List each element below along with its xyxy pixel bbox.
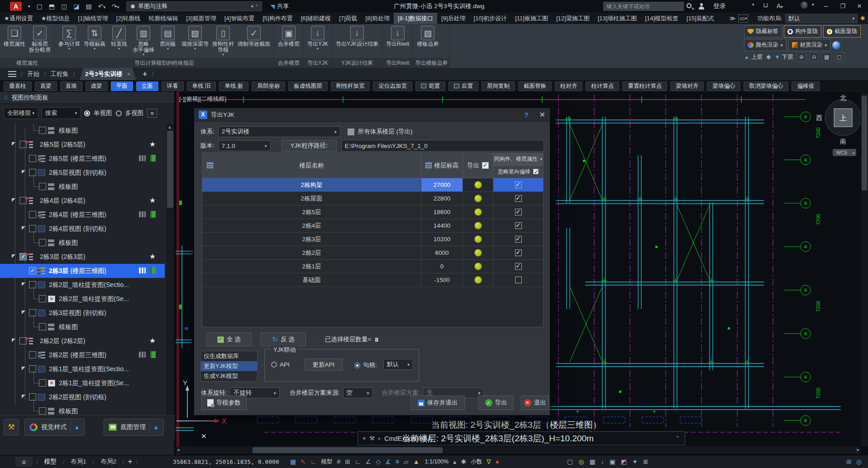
handle-radio[interactable] — [354, 363, 360, 368]
export-dot-cell[interactable] — [463, 246, 493, 259]
tree-item-2栋4层[interactable]: 2栋4层 (2栋4层)★ — [0, 194, 165, 208]
close-tab-icon[interactable]: × — [127, 71, 131, 77]
view-grid-icon[interactable] — [139, 267, 146, 273]
mid-slab-button[interactable]: ▤层间板▾ — [158, 26, 178, 51]
favorite-star-icon[interactable]: ★ — [149, 196, 156, 205]
cursor-icon[interactable]: ↖ — [300, 455, 306, 468]
floor-elev-cell[interactable]: 22800 — [421, 192, 463, 205]
close-button[interactable]: ✕ — [852, 0, 867, 13]
export-checkbox[interactable] — [515, 236, 522, 243]
expand-icon[interactable] — [12, 142, 15, 146]
expand-icon[interactable] — [22, 282, 25, 286]
polar-icon[interactable]: ∠ — [366, 455, 372, 468]
multi-view-radio[interactable] — [116, 110, 122, 116]
menu-icon[interactable]: ≣ — [643, 455, 649, 468]
expand-icon[interactable] — [22, 170, 25, 174]
osnap-icon[interactable]: ◇ — [376, 455, 381, 468]
export-dot-icon[interactable] — [475, 209, 482, 215]
tree-item-2栋1层_墙柱提资图(Se...[interactable]: 2栋1层_墙柱提资图(Se... — [0, 376, 165, 390]
ribbon-tab-6[interactable]: [3]截面管理 — [182, 13, 220, 24]
layout-selector[interactable]: 默认 ▾ — [785, 14, 858, 23]
export-checkbox-cell[interactable] — [493, 219, 543, 232]
dialog-title-bar[interactable]: X 导出YJK ? ✕ — [194, 108, 550, 122]
snap-icon[interactable]: ⊞ — [345, 455, 350, 468]
export-dot-icon[interactable] — [475, 195, 482, 202]
ribbon-tab-5[interactable]: 轮廓线编辑 — [144, 13, 182, 24]
export-checkbox-cell[interactable] — [493, 233, 543, 246]
zoom-out-icon[interactable]: ⊖ — [810, 53, 819, 62]
tool-梁墙对齐[interactable]: 梁墙对齐 — [670, 81, 704, 91]
favorite-star-icon[interactable]: ★ — [149, 252, 156, 261]
tree-item-模板图[interactable]: 模板图 — [0, 180, 165, 194]
floor-elev-cell[interactable]: 0 — [421, 260, 463, 273]
autodesk-a-icon[interactable]: A▾ — [777, 2, 783, 10]
zoom-in-icon[interactable]: ⊕ — [797, 53, 806, 62]
hide-tags-button[interactable]: 隐藏标签 — [744, 25, 782, 38]
new-layout-button[interactable]: + — [128, 457, 133, 466]
workspace-selector[interactable]: ✱ 草图与注释 ▾ ⁼ — [126, 1, 262, 11]
isolate-icon[interactable]: ◎ — [578, 455, 584, 468]
view-grid-icon[interactable] — [139, 155, 146, 161]
export-checkbox[interactable] — [515, 209, 522, 215]
tool-梁墙偏心[interactable]: 梁墙偏心 — [707, 81, 740, 91]
green-book-icon[interactable] — [150, 267, 156, 274]
grid-view-icon[interactable]: ▦ — [822, 53, 831, 62]
new-tab-button[interactable]: + — [142, 69, 147, 79]
export-dot-cell[interactable] — [463, 178, 493, 191]
ribbon-tab-8[interactable]: [5]构件布置 — [258, 13, 296, 24]
account-dropdown-icon[interactable]: ▾ — [752, 2, 754, 7]
floor-elev-cell[interactable]: -1500 — [421, 273, 463, 287]
dialog-help-icon[interactable]: ? — [524, 111, 528, 119]
export-yjk-result-button[interactable]: ↓导出YJK设计结果 — [336, 26, 378, 47]
force-section-button[interactable]: ✓强制等效截面 — [238, 26, 270, 47]
tree-item-模板图[interactable]: 模板图 — [0, 320, 165, 334]
floor-elev-cell[interactable]: 14400 — [421, 219, 463, 232]
wall-as-beam-button[interactable]: ▧墙按深梁导▾ — [181, 26, 209, 51]
tool-柱计算点[interactable]: 柱计算点 — [586, 81, 619, 91]
lineweight-icon[interactable]: ≡ — [396, 455, 399, 468]
wcs-label[interactable]: WCS — [836, 150, 847, 155]
col-floor-elev[interactable]: 楼层标高 — [421, 153, 463, 178]
floor-elev-cell[interactable]: 10200 — [421, 233, 463, 246]
col-export[interactable]: 导出 — [463, 153, 493, 178]
green-book-icon[interactable] — [150, 351, 156, 358]
zoom-icon[interactable]: ◎ — [856, 455, 862, 468]
tool-板虚线图层[interactable]: 板虚线图层 — [288, 81, 328, 91]
decimal-label[interactable]: 小数 — [471, 458, 482, 466]
export-elev-button[interactable]: ⇅导模标高▾ — [84, 26, 105, 51]
up-arrow-icon[interactable]: ▲ — [153, 424, 159, 430]
dropdown-arrow-icon[interactable]: ▾ — [68, 47, 70, 51]
save-exit-button[interactable]: 保存并退出 — [410, 396, 465, 410]
ribbon-tab-11[interactable]: [8]前处理 — [362, 13, 394, 24]
system-select[interactable]: 2号实训楼▾ — [218, 126, 340, 137]
tab-project-set[interactable]: 工程集 — [50, 70, 69, 78]
tree-checkbox[interactable] — [39, 295, 46, 302]
export-checkbox[interactable] — [515, 263, 522, 270]
yjk-path-button[interactable]: YJK程序路径: — [281, 140, 337, 152]
select-all-button[interactable]: 全 选 — [206, 333, 252, 346]
handle-option[interactable]: 句柄: — [354, 361, 377, 369]
export-checkbox[interactable] — [515, 181, 522, 188]
visual-style-button[interactable]: 视觉样式 ▲ — [24, 419, 85, 436]
tree-checkbox[interactable] — [39, 239, 46, 246]
dropdown-arrow-icon[interactable]: ▾ — [143, 53, 144, 57]
export-checkbox-cell[interactable] — [493, 260, 543, 273]
scroll-thumb[interactable] — [253, 447, 443, 453]
expand-icon[interactable] — [12, 198, 15, 202]
update-api-button[interactable]: 更新API — [305, 358, 343, 371]
tree-checkbox[interactable] — [29, 351, 36, 358]
tools-icon[interactable]: ⚒ — [4, 419, 19, 435]
tree-item-2栋3层[interactable]: 2栋3层 (2栋3层)★ — [0, 250, 165, 264]
tree-checkbox[interactable] — [29, 155, 36, 162]
yjk-path-field[interactable]: E:\Program Files\YJKS_7_1_0 — [341, 140, 544, 152]
ribbon-tab-9[interactable]: [6]辅助建模 — [297, 13, 335, 24]
tree-item-2栋5层视图[interactable]: 2栋5层视图 (剖切框) — [0, 166, 165, 180]
monitor-icon[interactable]: ▢ — [567, 455, 573, 468]
export-dot-icon[interactable] — [475, 277, 482, 283]
tree-item-2栋1层_墙柱提资图(Sectio...[interactable]: 2栋1层_墙柱提资图(Sectio... — [0, 362, 165, 376]
ribbon-tab-13[interactable]: [9]后处理 — [437, 13, 469, 24]
block-icon[interactable]: ▣ — [610, 455, 615, 468]
monitor-icon[interactable]: ▢ — [835, 53, 844, 62]
dialog-close-icon[interactable]: ✕ — [539, 110, 545, 119]
join-calc-button[interactable]: ∑参与计算▾ — [58, 26, 80, 51]
